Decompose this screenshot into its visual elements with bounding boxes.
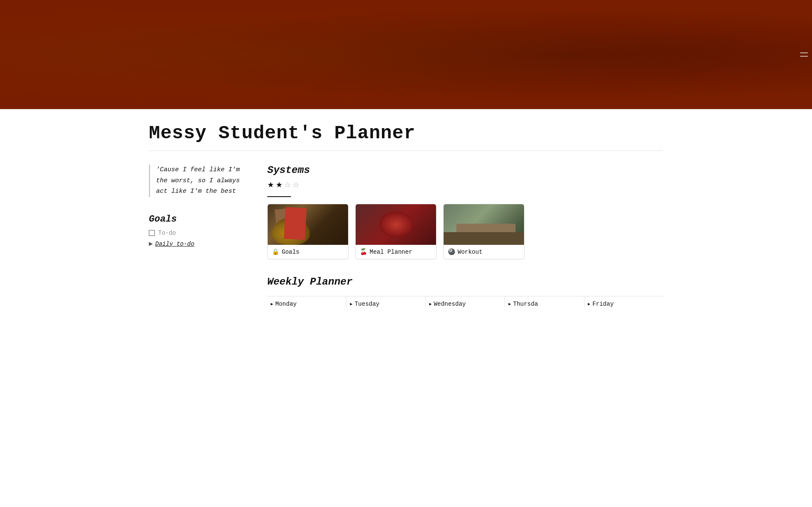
toggle-arrow-icon: ▶ [149,241,153,247]
cat-silhouette [272,217,310,245]
content-row: 'Cause I feel like I'm the worst, so I a… [149,151,663,307]
goals-card-image [268,204,348,245]
star-3[interactable]: ☆ [284,180,291,189]
tuesday-arrow-icon: ▶ [350,301,352,307]
friday-header[interactable]: ▶ Friday [588,301,660,307]
star-4[interactable]: ☆ [293,180,299,189]
thursday-header[interactable]: ▶ Thursda [508,301,580,307]
page-title: Messy Student's Planner [149,123,663,144]
wednesday-header[interactable]: ▶ Wednesday [429,301,501,307]
goals-card-label: 🔒 Goals [268,245,348,259]
meal-planner-card[interactable]: 🍒 Meal Planner [355,204,436,259]
friday-arrow-icon: ▶ [588,301,590,307]
star-2[interactable]: ★ [276,180,283,189]
meal-planner-card-label: 🍒 Meal Planner [356,245,436,259]
day-col-thursday: ▶ Thursda [505,296,584,307]
right-column: Systems ★ ★ ☆ ☆ [267,164,663,307]
weekly-days-row: ▶ Monday ▶ Tuesday ▶ Wednesday [267,296,663,307]
weekly-planner-section: Weekly Planner ▶ Monday ▶ Tuesday [267,276,663,307]
todo-item: To-do [149,230,242,236]
friday-label: Friday [593,301,614,307]
goals-heading: Goals [149,214,242,225]
day-col-wednesday: ▶ Wednesday [426,296,505,307]
page-title-section: Messy Student's Planner [149,109,663,151]
goals-card-text: Goals [282,249,299,255]
scrollbar-track[interactable] [800,52,808,57]
systems-section: Systems ★ ★ ☆ ☆ [267,164,663,259]
tuesday-label: Tuesday [354,301,379,307]
goals-card[interactable]: 🔒 Goals [267,204,348,259]
weekly-planner-heading: Weekly Planner [267,276,663,288]
monday-header[interactable]: ▶ Monday [271,301,343,307]
monday-arrow-icon: ▶ [271,301,273,307]
hero-banner [0,0,812,109]
left-column: 'Cause I feel like I'm the worst, so I a… [149,164,242,307]
workout-card-emoji: 🎱 [448,248,455,255]
workout-card-label: 🎱 Workout [444,245,524,259]
meal-planner-card-emoji: 🍒 [360,248,367,255]
daily-todo-label[interactable]: Daily to-do [155,241,194,247]
scrollbar-line-1 [800,52,808,53]
star-1[interactable]: ★ [267,180,274,189]
thursday-arrow-icon: ▶ [508,301,511,307]
rating-underline [267,196,291,197]
wednesday-arrow-icon: ▶ [429,301,432,307]
thursday-label: Thursda [513,301,538,307]
star-rating[interactable]: ★ ★ ☆ ☆ [267,180,663,189]
day-col-friday: ▶ Friday [584,296,663,307]
daily-todo-toggle[interactable]: ▶ Daily to-do [149,241,242,247]
goals-section: Goals To-do ▶ Daily to-do [149,214,242,247]
scrollbar-line-2 [800,56,808,57]
main-content: Messy Student's Planner 'Cause I feel li… [110,109,702,307]
day-col-tuesday: ▶ Tuesday [346,296,425,307]
wednesday-label: Wednesday [434,301,466,307]
quote-text: 'Cause I feel like I'm the worst, so I a… [156,164,242,197]
meal-planner-card-image [356,204,436,245]
workout-card-text: Workout [458,249,483,255]
day-col-monday: ▶ Monday [267,296,346,307]
cards-grid: 🔒 Goals 🍒 Meal Planner [267,204,663,259]
workout-card-image [444,204,524,245]
goals-card-emoji: 🔒 [272,248,279,255]
systems-heading: Systems [267,164,663,176]
quote-block: 'Cause I feel like I'm the worst, so I a… [149,164,242,197]
todo-label: To-do [158,230,176,236]
workout-card[interactable]: 🎱 Workout [443,204,524,259]
monday-label: Monday [275,301,296,307]
tuesday-header[interactable]: ▶ Tuesday [350,301,422,307]
todo-checkbox[interactable] [149,230,155,236]
meal-planner-card-text: Meal Planner [370,249,412,255]
